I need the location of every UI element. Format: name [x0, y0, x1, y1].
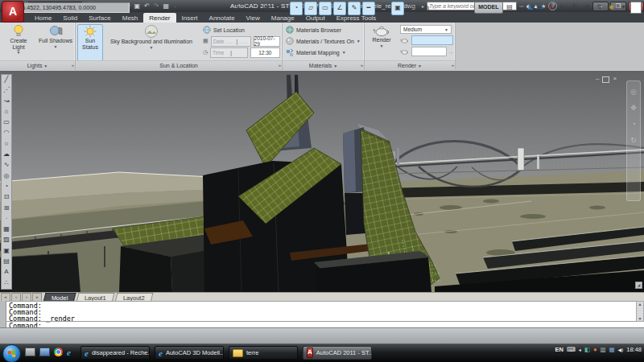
sun-status-button[interactable]: Sun Status [77, 24, 103, 61]
steering-wheel-icon[interactable]: ◎ [630, 88, 637, 96]
construction-line-tool[interactable]: ⋰ [2, 85, 11, 96]
workspace-switch-icon[interactable]: ↻ [570, 2, 580, 14]
osnap-3d-toggle[interactable]: ◍ [420, 2, 433, 15]
model-space-button[interactable]: MODEL [474, 2, 502, 14]
materials-textures-button[interactable]: Materials / Textures On ▼ [286, 35, 361, 47]
clean-screen-button[interactable] [630, 2, 642, 14]
revision-cloud-tool[interactable]: ☁ [2, 150, 11, 160]
redo-icon[interactable]: ↷ [154, 2, 159, 10]
command-window[interactable] [0, 301, 644, 327]
date-slider[interactable]: Date ....|.... [211, 36, 251, 47]
print-icon[interactable]: ▦ [163, 2, 170, 10]
arc-tool[interactable]: ◠ [2, 128, 11, 138]
rectangle-tool[interactable]: ▭ [2, 117, 11, 128]
viewport-minimize-icon[interactable]: – [596, 75, 599, 83]
ortho-toggle[interactable]: ∟ [275, 2, 288, 15]
display-tray-icon[interactable]: ▥ [600, 346, 605, 353]
sync-tray-icon[interactable]: ◧ [584, 346, 590, 353]
viewport-restore-icon[interactable] [602, 76, 609, 83]
ellipse-tool[interactable]: ◎ [2, 171, 11, 182]
layout-icon[interactable]: ▤ [505, 2, 515, 14]
start-button[interactable] [2, 344, 21, 362]
circle-tool[interactable]: ○ [2, 139, 11, 150]
polygon-tool[interactable]: ⌂ [2, 107, 11, 117]
set-location-button[interactable]: Set Location [203, 24, 280, 35]
panel-expander-icon[interactable]: » [279, 61, 281, 70]
panel-expander-icon[interactable]: » [72, 61, 74, 70]
full-shadows-button[interactable]: Full Shadows ▼ [38, 24, 73, 60]
osnap-toggle[interactable]: ▱ [304, 2, 317, 15]
panel-expander-icon[interactable]: » [452, 61, 454, 70]
annotation-visibility-icon[interactable]: A [546, 2, 556, 14]
qat-overflow-icon[interactable]: ▼ [173, 4, 177, 9]
command-scrollbar[interactable]: ▲▼ [636, 301, 644, 322]
polar-toggle[interactable]: ◔ [290, 2, 303, 15]
line-tool[interactable]: ╱ [2, 75, 11, 85]
gradient-tool[interactable]: ▨ [2, 235, 11, 245]
ducs-toggle[interactable]: ∠ [333, 2, 346, 15]
spline-tool[interactable]: ∿ [2, 160, 11, 171]
language-indicator[interactable]: EN [555, 346, 564, 353]
materials-browser-button[interactable]: Materials Browser [286, 24, 361, 35]
panel-expander-icon[interactable]: » [361, 61, 363, 70]
selection-cycling-toggle[interactable]: ▣ [391, 2, 404, 15]
network-tray-icon[interactable]: ▦ [609, 346, 615, 353]
navigation-bar[interactable]: ◎ ✥ ◔ ↻ [626, 80, 641, 201]
chrome-icon[interactable] [54, 348, 63, 356]
keyboard-icon[interactable]: ⌨ [567, 346, 576, 353]
scroll-up-icon[interactable]: ▲ [637, 302, 643, 306]
tab-solid[interactable]: Solid [57, 13, 83, 23]
insert-block-tool[interactable]: ⊡ [2, 192, 11, 203]
viewports-icon[interactable]: ▥ [517, 2, 527, 14]
table-tool[interactable]: ▤ [2, 257, 11, 267]
application-menu-button[interactable]: A [2, 1, 24, 23]
drawing-viewport[interactable]: ╱ ⋰ ↝ ⌂ ▭ ◠ ○ ☁ ∿ ◎ ◔ ⊡ ⊞ · ▦ ▨ ▣ ▤ A ∴ … [0, 71, 644, 292]
taskbar-item-browser-2[interactable]: e AutoCAD 3D Modell... [155, 346, 224, 360]
internet-explorer-icon[interactable]: e [67, 348, 71, 356]
panel-label-sun-location[interactable]: Sun & Location [76, 60, 282, 70]
command-window-grip[interactable] [0, 301, 6, 327]
show-desktop-icon[interactable] [25, 348, 35, 356]
tab-home[interactable]: Home [29, 13, 57, 23]
create-block-tool[interactable]: ⊞ [2, 204, 11, 214]
orbit-icon[interactable]: ↻ [630, 136, 637, 144]
time-slider[interactable]: Time | [210, 47, 248, 58]
scroll-down-icon[interactable]: ▼ [637, 316, 643, 321]
panel-label-render[interactable]: Render ▼ [365, 60, 455, 70]
tray-expand-icon[interactable]: ◂ [579, 347, 581, 352]
autoscale-icon[interactable]: ◣ [558, 2, 568, 14]
render-window-size-field[interactable] [411, 35, 453, 45]
date-value[interactable]: 2010-07-29 [254, 36, 280, 47]
quick-properties-toggle[interactable]: + [377, 2, 390, 15]
clock[interactable]: 18:48 [626, 346, 642, 353]
annotation-toggle[interactable]: ▭ [319, 2, 332, 15]
save-icon[interactable]: ▣ [134, 2, 141, 10]
render-quality-select[interactable]: Medium ▼ [400, 25, 452, 34]
pan-icon[interactable]: ✥ [630, 104, 637, 112]
panel-label-materials[interactable]: Materials ▼ [283, 60, 364, 70]
grid-toggle[interactable]: ▦ [261, 2, 274, 15]
zoom-icon[interactable]: ◔ [631, 120, 635, 128]
tab-render[interactable]: Render [143, 13, 175, 23]
sky-background-button[interactable]: Sky Background and Illumination ▼ [103, 24, 200, 60]
infer-constraints-toggle[interactable]: ⌖ [232, 2, 245, 15]
tab-surface[interactable]: Surface [83, 13, 117, 23]
tab-mesh[interactable]: Mesh [117, 13, 144, 23]
taskbar-item-autocad[interactable]: A AutoCAD 2011 - ST... [303, 346, 372, 360]
ellipse-arc-tool[interactable]: ◔ [2, 182, 11, 192]
viewport-close-icon[interactable]: × [613, 75, 617, 83]
status-menu-icon[interactable]: ▾ [618, 2, 629, 14]
lwt-toggle[interactable]: ━ [362, 2, 375, 15]
point-tool[interactable]: · [2, 214, 11, 224]
snap-toggle[interactable]: ∷ [246, 2, 259, 15]
panel-label-lights[interactable]: Lights ▼ [0, 60, 75, 70]
taskbar-item-folder[interactable]: terre [229, 346, 298, 360]
teapot-save-icon[interactable] [400, 48, 409, 55]
tab-insert[interactable]: Insert [176, 13, 204, 23]
time-value[interactable]: 12:30 [250, 47, 280, 58]
render-output-file-field[interactable] [411, 47, 447, 56]
volume-tray-icon[interactable]: ◀) [618, 347, 624, 352]
mtext-tool[interactable]: A [2, 267, 11, 278]
annotation-scale-button[interactable]: ◣ 1:1 [529, 2, 545, 14]
dyn-toggle[interactable]: ✎ [348, 2, 361, 15]
